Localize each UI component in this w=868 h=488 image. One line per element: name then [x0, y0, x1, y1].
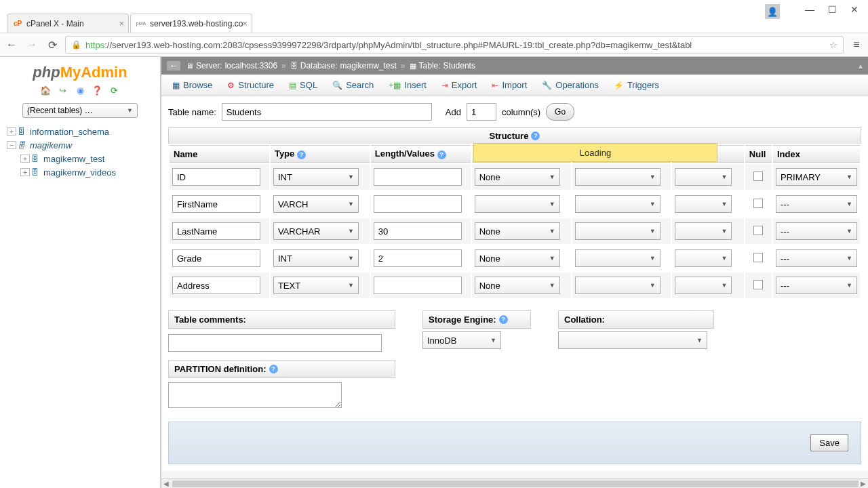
tree-item-information-schema[interactable]: + 🗄 information_schema: [7, 125, 157, 138]
collapse-breadcrumb-icon[interactable]: ▴: [859, 61, 863, 70]
column-index-select[interactable]: ---: [776, 277, 857, 294]
forward-button[interactable]: →: [24, 37, 39, 52]
column-type-select[interactable]: VARCH: [273, 195, 359, 213]
scroll-thumb[interactable]: [172, 481, 859, 487]
table-comments-input[interactable]: [168, 334, 382, 352]
tab-close-icon[interactable]: ×: [242, 18, 248, 28]
browser-tab-phpmyadmin[interactable]: pMA server193.web-hosting.co ×: [130, 14, 252, 33]
column-default-select[interactable]: None: [475, 168, 560, 186]
help-icon[interactable]: ?: [499, 315, 508, 324]
column-type-select[interactable]: INT: [273, 249, 359, 267]
expand-icon[interactable]: +: [20, 168, 30, 176]
partition-textarea[interactable]: [168, 382, 342, 408]
tab-label: Browse: [183, 80, 212, 90]
add-columns-input[interactable]: [467, 103, 496, 121]
logout-icon[interactable]: ↪: [57, 85, 69, 96]
browser-tab-cpanel[interactable]: cP cPanel X - Main ×: [7, 14, 129, 33]
table-name-input[interactable]: [222, 103, 432, 121]
column-index-select[interactable]: ---: [776, 249, 857, 267]
column-name-input[interactable]: [172, 277, 260, 294]
column-null-checkbox[interactable]: [753, 253, 763, 262]
column-name-input[interactable]: [172, 195, 260, 213]
column-attributes-select[interactable]: [675, 168, 732, 186]
address-field[interactable]: 🔒 https://server193.web-hosting.com:2083…: [65, 36, 844, 54]
tab-triggers[interactable]: ⚡Triggers: [607, 77, 666, 93]
column-default-select[interactable]: None: [475, 222, 560, 240]
tab-structure[interactable]: ⚙Structure: [220, 77, 281, 93]
column-length-input[interactable]: [374, 249, 462, 267]
chrome-menu-button[interactable]: ≡: [849, 39, 864, 51]
tab-insert[interactable]: +▦Insert: [382, 77, 433, 93]
help-icon[interactable]: ?: [269, 365, 278, 373]
breadcrumb-back-icon[interactable]: ←: [167, 61, 180, 70]
tab-browse[interactable]: ▦Browse: [165, 77, 219, 93]
column-length-input[interactable]: [374, 222, 462, 240]
tab-import[interactable]: ⇤Import: [485, 77, 534, 93]
column-null-checkbox[interactable]: [753, 171, 763, 181]
column-attributes-select[interactable]: [675, 277, 732, 294]
expand-icon[interactable]: +: [7, 127, 16, 136]
tree-item-magikemw[interactable]: − 🗄 magikemw: [7, 138, 157, 152]
sql-icon[interactable]: ◉: [74, 85, 86, 96]
column-length-input[interactable]: [374, 277, 462, 294]
tab-operations[interactable]: 🔧Operations: [535, 77, 606, 93]
reload-button[interactable]: ⟳: [45, 37, 60, 52]
column-type-select[interactable]: VARCHAR: [273, 222, 359, 240]
column-name-input[interactable]: [172, 249, 260, 267]
tab-export[interactable]: ⇥Export: [435, 77, 484, 93]
breadcrumb-server[interactable]: localhost:3306: [225, 61, 277, 70]
column-index-select[interactable]: PRIMARY: [776, 168, 857, 186]
tab-search[interactable]: 🔍Search: [326, 77, 380, 93]
expand-icon[interactable]: +: [20, 155, 30, 163]
breadcrumb-table[interactable]: Students: [443, 61, 475, 70]
column-null-checkbox[interactable]: [753, 226, 763, 235]
column-attributes-select[interactable]: [675, 195, 732, 213]
horizontal-scrollbar[interactable]: ◀ ▶: [161, 479, 868, 488]
help-icon[interactable]: ?: [531, 131, 540, 140]
column-attributes-select[interactable]: [675, 249, 732, 267]
help-icon[interactable]: ?: [297, 150, 306, 159]
column-attributes-select[interactable]: [675, 222, 732, 240]
home-icon[interactable]: 🏠: [39, 85, 52, 96]
storage-engine-select[interactable]: InnoDB: [422, 331, 501, 349]
collapse-icon[interactable]: −: [7, 141, 16, 149]
user-account-icon[interactable]: 👤: [765, 4, 780, 19]
bookmark-star-icon[interactable]: ☆: [829, 40, 837, 50]
scroll-left-icon[interactable]: ◀: [161, 480, 171, 487]
tree-item-magikemw-test[interactable]: + 🗄 magikemw_test: [20, 152, 157, 165]
column-type-select[interactable]: INT: [273, 168, 359, 186]
back-button[interactable]: ←: [4, 37, 19, 52]
column-default-select[interactable]: None: [475, 277, 560, 294]
column-index-select[interactable]: ---: [776, 222, 857, 240]
column-default-select[interactable]: None: [475, 249, 560, 267]
column-collation-select[interactable]: [575, 277, 660, 294]
close-button[interactable]: ✕: [850, 4, 859, 15]
column-collation-select[interactable]: [575, 249, 660, 267]
docs-icon[interactable]: ❓: [91, 85, 103, 96]
column-collation-select[interactable]: [575, 195, 660, 213]
column-default-select[interactable]: [475, 195, 560, 213]
column-null-checkbox[interactable]: [753, 280, 763, 289]
column-collation-select[interactable]: [575, 222, 660, 240]
reload-icon[interactable]: ⟳: [108, 85, 121, 96]
breadcrumb-db[interactable]: magikemw_test: [340, 61, 396, 70]
column-name-input[interactable]: [172, 168, 260, 186]
maximize-button[interactable]: ☐: [828, 4, 837, 15]
go-button[interactable]: Go: [546, 103, 574, 121]
column-name-input[interactable]: [172, 222, 260, 240]
column-null-checkbox[interactable]: [753, 199, 763, 208]
help-icon[interactable]: ?: [437, 150, 446, 159]
tree-item-magikemw-videos[interactable]: + 🗄 magikemw_videos: [20, 165, 157, 179]
tab-close-icon[interactable]: ×: [119, 18, 124, 28]
recent-tables-select[interactable]: (Recent tables) …: [22, 103, 138, 118]
column-index-select[interactable]: ---: [776, 195, 857, 213]
column-collation-select[interactable]: [575, 168, 660, 186]
save-button[interactable]: Save: [810, 434, 848, 451]
collation-select[interactable]: [558, 331, 707, 349]
column-length-input[interactable]: [374, 168, 462, 186]
scroll-right-icon[interactable]: ▶: [859, 480, 868, 487]
column-type-select[interactable]: TEXT: [273, 277, 359, 294]
tab-sql[interactable]: ▤SQL: [282, 77, 324, 93]
minimize-button[interactable]: —: [805, 4, 814, 15]
column-length-input[interactable]: [374, 195, 462, 213]
